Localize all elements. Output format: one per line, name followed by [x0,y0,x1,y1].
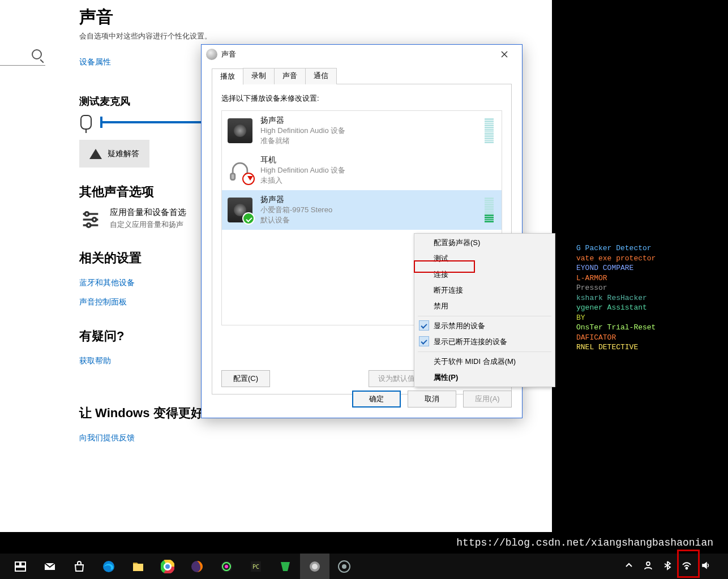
warning-icon [89,143,102,159]
search-input-partial[interactable] [0,45,45,66]
volume-icon[interactable] [701,560,711,572]
device-description: High Definition Audio 设备 [260,126,477,136]
app-icon-1[interactable] [212,554,241,579]
watermark-text: https://blog.csdn.net/xiangshangbashaoni… [456,537,713,548]
tab-recording[interactable]: 录制 [243,68,275,84]
people-icon[interactable] [643,560,653,572]
wifi-icon[interactable] [682,560,692,572]
svg-point-31 [646,562,650,565]
search-icon [32,49,42,59]
default-check-badge-icon [242,212,255,225]
svg-rect-11 [21,562,25,566]
device-properties-link[interactable]: 设备属性 [79,57,111,67]
speaker-app-icon [206,49,217,60]
tab-playback[interactable]: 播放 [212,68,243,85]
svg-point-4 [92,218,96,222]
sound-cpanel-link[interactable]: 声音控制面板 [79,297,127,307]
svg-point-24 [225,565,228,568]
ctx-disable[interactable]: 禁用 [414,298,555,314]
svg-rect-10 [15,562,20,566]
taskbar: PC [0,554,728,579]
cancel-button[interactable]: 取消 [408,391,456,408]
ok-button[interactable]: 确定 [352,391,401,408]
bluetooth-icon[interactable] [662,560,673,572]
app-icon-2[interactable] [271,554,300,579]
svg-rect-12 [15,567,25,571]
desk-label: EYOND COMPARE [576,263,706,273]
device-item-1[interactable]: 扬声器 High Definition Audio 设备 准备就绪 [222,111,502,151]
edge-icon[interactable] [94,554,123,579]
instruction-text: 选择以下播放设备来修改设置: [221,93,502,104]
store-icon[interactable] [65,554,94,579]
svg-point-28 [312,564,318,569]
tab-communications[interactable]: 通信 [305,68,337,84]
tray-chevron-icon[interactable] [624,560,634,572]
ctx-show-disconnected[interactable]: 显示已断开连接的设备 [414,334,555,350]
chrome-icon[interactable] [153,554,182,579]
tab-sounds[interactable]: 声音 [274,68,306,84]
device-status: 准备就绪 [260,136,477,146]
desk-label: BY [576,313,706,323]
svg-point-30 [342,564,346,569]
desk-label: RNEL DETECTIVE [576,342,706,353]
svg-point-5 [87,224,91,228]
context-menu: 配置扬声器(S) 测试 连接 断开连接 禁用 显示禁用的设备 显示已断开连接的设… [414,233,555,387]
ctx-separator [418,316,551,316]
pycharm-icon[interactable]: PC [241,554,271,579]
mic-level-bar [102,121,215,123]
page-title: 声音 [79,6,543,29]
ctx-test[interactable]: 测试 [414,251,555,267]
task-view-icon[interactable] [6,554,35,579]
dialog-title: 声音 [221,49,491,59]
ctx-disconnect[interactable]: 断开连接 [414,282,555,298]
explorer-icon[interactable] [123,554,153,579]
device-item-2[interactable]: 耳机 High Definition Audio 设备 未插入 [222,151,502,190]
svg-point-32 [686,568,688,569]
sound-dialog-task-icon[interactable] [300,554,329,579]
ctx-separator [418,351,551,352]
desk-label: Pressor [576,283,706,293]
firefox-icon[interactable] [182,554,212,579]
app-volume-title: 应用音量和设备首选 [110,207,186,218]
speaker-icon [228,118,252,143]
desktop-icon-labels: G Packer Detector vate exe protector EYO… [576,243,706,353]
ctx-show-disabled[interactable]: 显示禁用的设备 [414,318,555,334]
device-status: 未插入 [260,175,496,186]
app-volume-subtitle: 自定义应用音量和扬声 [110,220,186,230]
system-tray [624,560,728,572]
ctx-connect[interactable]: 连接 [414,267,555,282]
settings-nav-strip [0,0,64,532]
desk-label: OnsTer Trial-Reset [576,323,706,333]
svg-rect-15 [133,564,143,571]
unplugged-badge-icon [242,173,255,185]
get-help-link[interactable]: 获取帮助 [79,356,111,366]
configure-button[interactable]: 配置(C) [221,370,270,387]
ctx-label: 显示禁用的设备 [434,321,485,330]
desk-label: DAFICATOR [576,333,706,343]
ctx-configure[interactable]: 配置扬声器(S) [414,235,555,251]
apply-button[interactable]: 应用(A) [463,391,512,408]
device-description: 小爱音箱-9975 Stereo [260,205,477,215]
svg-text:PC: PC [252,564,259,570]
feedback-link[interactable]: 向我们提供反馈 [79,433,135,443]
level-meter [485,198,494,222]
device-item-3[interactable]: 扬声器 小爱音箱-9975 Stereo 默认设备 [222,190,502,230]
mail-icon[interactable] [35,554,65,579]
check-icon [419,336,429,346]
ctx-properties[interactable]: 属性(P) [414,370,555,385]
device-name: 扬声器 [260,195,477,205]
close-button[interactable] [491,45,517,64]
ctx-about-midi[interactable]: 关于软件 MIDI 合成器(M) [414,354,555,370]
level-meter [485,118,494,143]
bluetooth-link[interactable]: 蓝牙和其他设备 [79,278,135,288]
app-icon-3[interactable] [329,554,359,579]
device-description: High Definition Audio 设备 [260,165,496,175]
mic-icon [80,115,92,130]
troubleshoot-button[interactable]: 疑难解答 [79,140,149,168]
svg-rect-8 [231,174,235,180]
device-status: 默认设备 [260,215,477,225]
desk-label: kshark ResHacker [576,293,706,303]
device-name: 扬声器 [260,115,477,126]
troubleshoot-label: 疑难解答 [108,149,139,159]
dialog-titlebar[interactable]: 声音 [202,45,522,64]
